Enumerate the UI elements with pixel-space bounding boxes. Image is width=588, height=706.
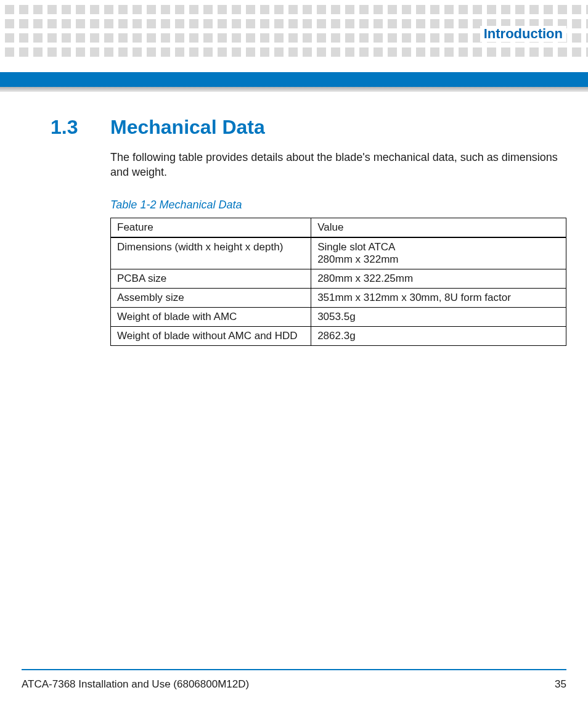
section-title: Mechanical Data bbox=[110, 116, 265, 139]
table-cell-value: 3053.5g bbox=[311, 307, 566, 326]
page-content: 1.3 Mechanical Data The following table … bbox=[51, 116, 566, 346]
footer-page-number: 35 bbox=[555, 678, 566, 691]
header-gray-bar bbox=[0, 87, 588, 92]
table-cell-value: 351mm x 312mm x 30mm, 8U form factor bbox=[311, 288, 566, 307]
table-cell-feature: Weight of blade with AMC bbox=[111, 307, 311, 326]
table-caption: Table 1-2 Mechanical Data bbox=[110, 199, 566, 211]
page-footer: ATCA-7368 Installation and Use (6806800M… bbox=[22, 678, 566, 691]
footer-rule bbox=[22, 669, 566, 670]
table-body: Dimensions (width x height x depth)Singl… bbox=[111, 237, 566, 346]
table-cell-feature: Weight of blade without AMC and HDD bbox=[111, 326, 311, 345]
table-cell-value: 2862.3g bbox=[311, 326, 566, 345]
table-row: Assembly size351mm x 312mm x 30mm, 8U fo… bbox=[111, 288, 566, 307]
table-row: Weight of blade with AMC3053.5g bbox=[111, 307, 566, 326]
section-intro-text: The following table provides details abo… bbox=[110, 150, 566, 180]
section-heading: 1.3 Mechanical Data bbox=[51, 116, 566, 139]
table-cell-value: Single slot ATCA280mm x 322mm bbox=[311, 237, 566, 269]
table-header-row: Feature Value bbox=[111, 218, 566, 237]
table-cell-feature: Assembly size bbox=[111, 288, 311, 307]
footer-doc-title: ATCA-7368 Installation and Use (6806800M… bbox=[22, 678, 249, 691]
section-number: 1.3 bbox=[51, 116, 110, 139]
table-row: PCBA size280mm x 322.25mm bbox=[111, 269, 566, 288]
table-cell-feature: PCBA size bbox=[111, 269, 311, 288]
table-header-feature: Feature bbox=[111, 218, 311, 237]
table-row: Weight of blade without AMC and HDD2862.… bbox=[111, 326, 566, 345]
table-row: Dimensions (width x height x depth)Singl… bbox=[111, 237, 566, 269]
table-cell-value: 280mm x 322.25mm bbox=[311, 269, 566, 288]
table-cell-feature: Dimensions (width x height x depth) bbox=[111, 237, 311, 269]
table-header-value: Value bbox=[311, 218, 566, 237]
mechanical-data-table: Feature Value Dimensions (width x height… bbox=[110, 218, 566, 346]
chapter-label: Introduction bbox=[480, 26, 566, 42]
header-blue-bar bbox=[0, 72, 588, 87]
